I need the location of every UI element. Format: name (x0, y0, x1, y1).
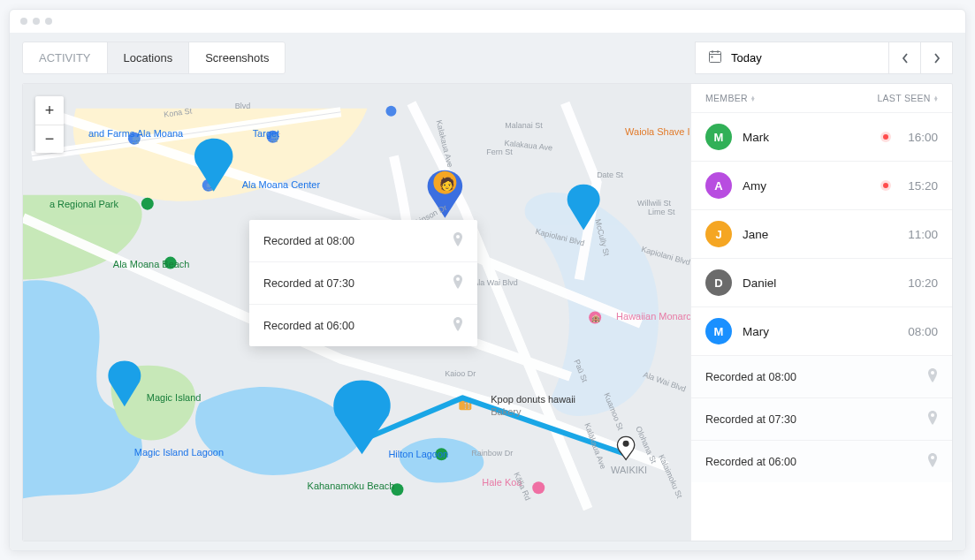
svg-text:Kalaimoku St: Kalaimoku St (657, 453, 684, 500)
col-lastseen[interactable]: LAST SEEN ▴▾ (877, 93, 938, 103)
window-titlebar (10, 10, 965, 33)
pin-icon (453, 232, 463, 249)
traffic-light-min[interactable] (33, 18, 40, 25)
map-record-label: Recorded at 06:00 (263, 320, 354, 332)
member-row[interactable]: AAmy15:20 (691, 162, 952, 210)
avatar: M (705, 318, 732, 344)
svg-text:Ala Moana Beach: Ala Moana Beach (113, 259, 190, 269)
chevron-left-icon (902, 53, 909, 64)
sort-icon: ▴▾ (934, 95, 938, 101)
member-lastseen: 10:20 (908, 276, 938, 290)
member-row[interactable]: MMary08:00 (691, 307, 952, 356)
svg-point-64 (456, 277, 460, 281)
pin-icon (927, 368, 938, 385)
svg-text:Target: Target (253, 128, 279, 139)
svg-text:Lime St: Lime St (648, 208, 675, 216)
svg-text:Date St: Date St (597, 170, 623, 179)
traffic-light-close[interactable] (20, 18, 27, 25)
svg-point-68 (931, 456, 934, 459)
map-record-label: Recorded at 07:30 (263, 277, 354, 290)
topbar: ACTIVITY Locations Screenshots Today (22, 42, 953, 74)
calendar-icon (708, 49, 722, 66)
map-record-row[interactable]: Recorded at 07:30 (249, 262, 477, 305)
svg-point-12 (141, 198, 154, 210)
svg-point-9 (385, 106, 396, 117)
chevron-right-icon (933, 53, 941, 64)
member-row[interactable]: DDaniel10:20 (691, 259, 952, 307)
pin-icon (453, 317, 463, 334)
map-record-row[interactable]: Recorded at 08:00 (249, 220, 477, 262)
member-row[interactable]: JJane11:00 (691, 210, 952, 259)
date-controls: Today (695, 42, 953, 74)
svg-text:Fern St: Fern St (486, 148, 513, 156)
member-name: Jane (743, 228, 897, 241)
members-panel: MEMBER ▴▾ LAST SEEN ▴▾ MMark16:00AAmy15:… (690, 84, 952, 541)
svg-text:Kahanamoku Beach: Kahanamoku Beach (308, 481, 395, 491)
svg-point-67 (931, 413, 934, 417)
zoom-in-button[interactable]: + (35, 96, 64, 125)
app-window: ACTIVITY Locations Screenshots Today (9, 9, 966, 551)
member-name: Mark (743, 131, 872, 144)
svg-point-66 (931, 371, 934, 375)
col-member[interactable]: MEMBER ▴▾ (705, 93, 755, 103)
side-records-list: Recorded at 08:00 Recorded at 07:30 Reco… (691, 356, 952, 482)
side-record-row[interactable]: Recorded at 06:00 (691, 441, 952, 482)
tab-screenshots[interactable]: Screenshots (189, 42, 285, 73)
member-name: Daniel (743, 276, 897, 290)
svg-text:and Farms Ala Moana: and Farms Ala Moana (88, 128, 184, 139)
main-content: 🛒 🛒 🛒 🏨 🍴 (22, 83, 953, 541)
svg-text:Willwili St: Willwili St (637, 199, 671, 208)
map-zoom-control: + − (35, 96, 64, 153)
member-name: Mary (743, 325, 897, 338)
svg-text:Hilton Lagoon: Hilton Lagoon (388, 449, 448, 459)
svg-text:Waiola Shave Ice: Waiola Shave Ice (625, 126, 690, 137)
member-row[interactable]: MMark16:00 (691, 113, 952, 162)
svg-text:Rainbow Dr: Rainbow Dr (471, 449, 513, 458)
svg-text:Hawaiian Monarch: Hawaiian Monarch (616, 311, 690, 322)
member-name: Amy (743, 179, 872, 193)
avatar: D (705, 269, 732, 296)
members-header: MEMBER ▴▾ LAST SEEN ▴▾ (691, 84, 952, 113)
svg-text:a Regional Park: a Regional Park (50, 199, 119, 209)
tab-locations[interactable]: Locations (108, 42, 190, 73)
members-list: MMark16:00AAmy15:20JJane11:00DDaniel10:2… (691, 113, 952, 356)
svg-text:🧑: 🧑 (439, 177, 455, 192)
date-prev-button[interactable] (889, 42, 921, 74)
view-tabs: ACTIVITY Locations Screenshots (22, 42, 286, 74)
svg-point-63 (456, 235, 460, 238)
svg-point-65 (456, 320, 460, 323)
svg-rect-0 (710, 52, 721, 63)
date-picker[interactable]: Today (695, 42, 889, 74)
side-record-row[interactable]: Recorded at 07:30 (691, 398, 952, 441)
member-lastseen: 11:00 (908, 228, 938, 241)
svg-point-21 (623, 441, 629, 447)
avatar: J (705, 221, 732, 247)
map-record-label: Recorded at 08:00 (263, 235, 354, 247)
map-record-row[interactable]: Recorded at 06:00 (249, 305, 477, 346)
svg-text:Ala Wai Blvd: Ala Wai Blvd (473, 278, 518, 287)
svg-text:Magic Island Lagoon: Magic Island Lagoon (134, 447, 224, 458)
svg-text:Kaioo Dr: Kaioo Dr (445, 369, 476, 378)
live-indicator-icon (883, 183, 888, 188)
traffic-light-max[interactable] (45, 18, 52, 25)
map-canvas[interactable]: 🛒 🛒 🛒 🏨 🍴 (23, 84, 690, 541)
svg-text:Blvd: Blvd (235, 102, 250, 110)
avatar: A (705, 172, 732, 199)
pin-icon (453, 275, 463, 291)
live-indicator-icon (883, 134, 888, 140)
member-lastseen: 15:20 (908, 179, 938, 193)
svg-text:Ala Wai Blvd: Ala Wai Blvd (642, 370, 687, 394)
date-next-button[interactable] (921, 42, 953, 74)
svg-text:Magic Island: Magic Island (147, 392, 202, 403)
app-body: ACTIVITY Locations Screenshots Today (10, 33, 965, 550)
pin-icon (927, 453, 938, 470)
svg-text:🏨: 🏨 (591, 314, 600, 322)
side-record-label: Recorded at 08:00 (705, 371, 796, 383)
side-record-row[interactable]: Recorded at 08:00 (691, 356, 952, 398)
tab-activity[interactable]: ACTIVITY (23, 42, 108, 73)
map-records-popover: Recorded at 08:00 Recorded at 07:30 Reco… (249, 220, 477, 346)
member-lastseen: 08:00 (908, 325, 938, 338)
member-lastseen: 16:00 (908, 131, 938, 144)
zoom-out-button[interactable]: − (35, 125, 64, 153)
svg-point-16 (532, 481, 545, 494)
